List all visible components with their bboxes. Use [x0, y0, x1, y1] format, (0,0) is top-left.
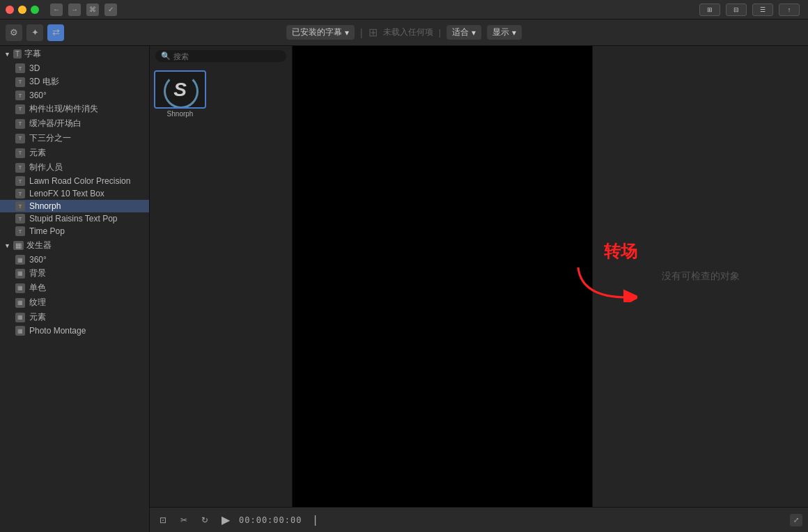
- center-area: 🔍 S Shnorph: [150, 46, 808, 532]
- fullscreen-icon[interactable]: ⤢: [790, 514, 802, 526]
- section-subtitles[interactable]: ▼ T 字幕: [0, 46, 149, 62]
- sidebar-item-stupid-raisins[interactable]: T Stupid Raisins Text Pop: [0, 212, 149, 225]
- sidebar-item-background[interactable]: ▦ 背景: [0, 266, 149, 281]
- item-icon: ▦: [15, 298, 25, 308]
- divider-icon: |: [360, 27, 363, 38]
- transitions-icon[interactable]: ⇄: [47, 24, 64, 41]
- view-toggle-2[interactable]: ⊟: [726, 3, 747, 16]
- item-icon: T: [15, 226, 25, 236]
- not-loaded-label: 未载入任何项: [383, 26, 433, 38]
- expand-icon: ▼: [4, 51, 10, 58]
- item-icon: T: [15, 163, 25, 173]
- sidebar-item-360[interactable]: T 360°: [0, 89, 149, 102]
- sidebar-item-lower-third[interactable]: T 下三分之一: [0, 131, 149, 146]
- item-icon: T: [15, 176, 25, 186]
- toolbar-center: 已安装的字幕 ▾ | ⊞ 未载入任何项 | 适合 ▾ 显示 ▾: [286, 25, 522, 40]
- grid-icon: ⊞: [368, 26, 378, 39]
- search-bar: 🔍: [150, 46, 292, 66]
- sidebar-item-elements[interactable]: T 元素: [0, 146, 149, 160]
- sidebar-item-appear[interactable]: T 构件出现/构件消失: [0, 102, 149, 116]
- effects-icon[interactable]: ✦: [26, 24, 43, 41]
- sidebar-item-3d[interactable]: T 3D: [0, 62, 149, 75]
- video-preview: [293, 46, 592, 507]
- preview-top: 🔍 S Shnorph: [150, 46, 808, 507]
- titlebar-icons: ← → ⌘ ✓: [50, 3, 117, 16]
- traffic-lights: [6, 6, 39, 14]
- close-button[interactable]: [6, 6, 14, 14]
- sidebar-item-3d-movie[interactable]: T 3D 电影: [0, 75, 149, 89]
- share-button[interactable]: ↑: [779, 3, 800, 16]
- item-icon: T: [15, 104, 25, 114]
- clip-icon[interactable]: ✂: [176, 513, 192, 528]
- section-generators[interactable]: ▼ ▦ 发生器: [0, 237, 149, 253]
- shnorph-preview: S: [155, 72, 205, 107]
- inspector-empty-text: 没有可检查的对象: [662, 270, 740, 283]
- item-icon: T: [15, 134, 25, 143]
- item-icon: ▦: [15, 269, 25, 279]
- search-wrap: 🔍: [155, 50, 286, 62]
- search-icon: 🔍: [161, 52, 171, 61]
- timecode-display: 00:00:00:00: [239, 515, 302, 525]
- item-icon: ▦: [15, 326, 25, 336]
- toolbar: ⚙ ✦ ⇄ 已安装的字幕 ▾ | ⊞ 未载入任何项 | 适合 ▾ 显示 ▾: [0, 19, 808, 46]
- titlebar: ← → ⌘ ✓ ⊞ ⊟ ☰ ↑: [0, 0, 808, 19]
- item-icon: T: [15, 63, 25, 73]
- subtitles-section-icon: T: [13, 49, 22, 58]
- playback-bar: ⊡ ✂ ↻ ▶ 00:00:00:00 | ⤢: [150, 507, 808, 532]
- back-icon[interactable]: ←: [50, 3, 63, 16]
- sidebar: ▼ T 字幕 T 3D T 3D 电影 T 360° T 构件出现/构件消失 T…: [0, 46, 150, 532]
- sidebar-item-lawn-road[interactable]: T Lawn Road Color Precision: [0, 175, 149, 187]
- key-icon[interactable]: ⌘: [86, 3, 99, 16]
- sidebar-item-lenofx[interactable]: T LenoFX 10 Text Box: [0, 187, 149, 200]
- fit-dropdown[interactable]: 适合 ▾: [446, 25, 481, 40]
- item-icon: T: [15, 91, 25, 100]
- media-grid: S Shnorph: [150, 66, 292, 122]
- item-icon: ▦: [15, 283, 25, 293]
- main-layout: ▼ T 字幕 T 3D T 3D 电影 T 360° T 构件出现/构件消失 T…: [0, 46, 808, 532]
- maximize-button[interactable]: [31, 6, 39, 14]
- search-input[interactable]: [173, 52, 281, 61]
- item-icon: T: [15, 201, 25, 211]
- sidebar-item-photo-montage[interactable]: ▦ Photo Montage: [0, 324, 149, 337]
- item-icon: T: [15, 77, 25, 87]
- item-icon: T: [15, 189, 25, 198]
- sidebar-item-time-pop[interactable]: T Time Pop: [0, 225, 149, 237]
- item-icon: T: [15, 214, 25, 224]
- inspector-panel: 没有可检查的对象: [592, 46, 808, 507]
- audio-icon[interactable]: |: [307, 513, 323, 528]
- layout-icon[interactable]: ⊡: [155, 513, 171, 528]
- sidebar-item-buffer[interactable]: T 缓冲器/开场白: [0, 116, 149, 131]
- minimize-button[interactable]: [18, 6, 26, 14]
- display-dropdown[interactable]: 显示 ▾: [487, 25, 522, 40]
- view-toggle-1[interactable]: ⊞: [699, 3, 720, 16]
- sidebar-item-shnorph[interactable]: T Shnorph: [0, 200, 149, 212]
- shnorph-label: Shnorph: [154, 110, 206, 118]
- expand-icon: ▼: [4, 242, 10, 249]
- shnorph-ring: [164, 74, 199, 109]
- sidebar-item-credits[interactable]: T 制作人员: [0, 160, 149, 175]
- shnorph-thumb-image: S: [154, 70, 206, 109]
- item-icon: T: [15, 119, 25, 129]
- item-icon: ▦: [15, 255, 25, 265]
- playback-right: ⤢: [790, 514, 802, 526]
- sidebar-item-gen-elements[interactable]: ▦ 元素: [0, 310, 149, 324]
- media-browser: 🔍 S Shnorph: [150, 46, 293, 507]
- preview-empty: [293, 46, 592, 507]
- forward-icon[interactable]: →: [68, 3, 81, 16]
- generator-icon: ▦: [13, 241, 24, 250]
- titlebar-right-controls: ⊞ ⊟ ☰ ↑: [699, 3, 800, 16]
- view-toggle-3[interactable]: ☰: [752, 3, 773, 16]
- shnorph-thumb-item[interactable]: S Shnorph: [154, 70, 206, 118]
- settings-icon[interactable]: ⚙: [6, 24, 22, 41]
- sidebar-item-gen-360[interactable]: ▦ 360°: [0, 253, 149, 266]
- sidebar-item-texture[interactable]: ▦ 纹理: [0, 295, 149, 310]
- divider2: |: [439, 28, 441, 38]
- play-button[interactable]: ▶: [218, 513, 233, 528]
- check-icon[interactable]: ✓: [104, 3, 117, 16]
- installed-subtitles-dropdown[interactable]: 已安装的字幕 ▾: [286, 25, 355, 40]
- item-icon: T: [15, 148, 25, 158]
- transform-icon[interactable]: ↻: [197, 513, 212, 528]
- item-icon: ▦: [15, 313, 25, 322]
- sidebar-item-solid[interactable]: ▦ 单色: [0, 281, 149, 295]
